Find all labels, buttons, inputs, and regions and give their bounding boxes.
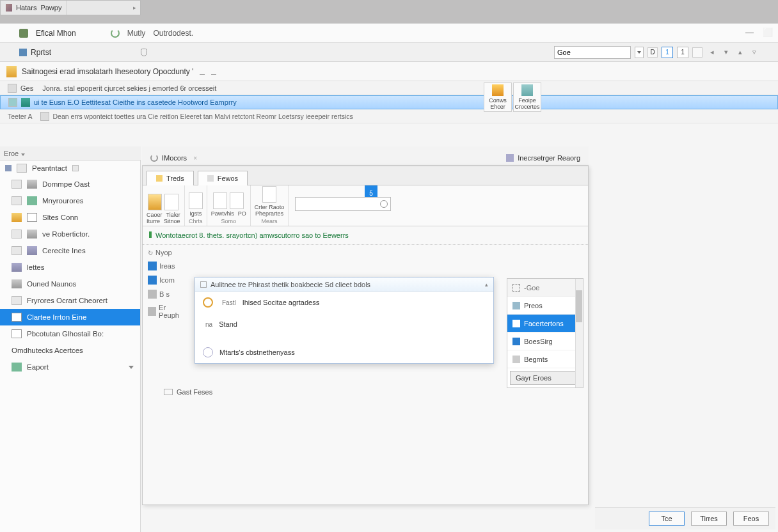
inner-tab-a-label: Treds [166,175,184,182]
sidebar-item-3[interactable]: ve Robertictor. [0,226,140,242]
menu-item-2[interactable]: Mutly [127,29,146,38]
subbar-btn[interactable]: Rprtst [31,48,51,57]
page-other[interactable]: 1 [677,47,688,58]
sidebar-item-6[interactable]: Ouned Naunos [0,276,140,292]
square-icon [148,307,156,316]
sidebar-item-2[interactable]: Sltes Conn [0,209,140,226]
rp-item-4[interactable]: Begmts [507,350,583,368]
inner-tab-bar: Treds Fewos [143,166,588,185]
close-icon[interactable]: ⬜ [763,27,773,37]
minimize-icon[interactable]: — [745,27,754,37]
sidebar-header[interactable]: Eroe [0,146,141,160]
inner-footer-item[interactable]: Gast Feses [164,388,212,396]
mid-button[interactable]: Tirres [691,512,727,526]
inner-heading: Wontotaecrot 8. thets. srayortcn) amwscu… [143,226,588,245]
sidebar-label-0: Dommpe Oast [42,180,90,188]
sidebar-item-7[interactable]: Fryrores Ocrart Cheorert [0,292,140,309]
sidebar-item-1[interactable]: Mnyrourores [0,192,140,209]
cancel-button[interactable]: Feos [733,512,769,526]
path-row-selected[interactable]: ui te Eusn E.O Eettitesat Cieithe ins ca… [0,95,778,109]
sidebar-item-11[interactable]: Eaport [0,359,140,375]
inner-left-2[interactable]: Icom [148,276,186,285]
ribbon-icon[interactable] [189,192,203,209]
main-tab-2[interactable]: Inecrsetrger Reaorg [498,151,589,165]
ribbon-icon[interactable] [230,192,244,209]
sidebar-item-5[interactable]: lettes [0,259,140,276]
ok-label: Tce [661,515,672,522]
rp-item-3[interactable]: BoesSirg [507,332,583,350]
rp-label-1: Preos [524,302,543,309]
ribbon-feoipe[interactable]: Feoipe Crocertes [513,82,541,112]
flag-icon [200,281,207,288]
sidebar-label-9: Pbcotutan Glhostail Bo: [27,330,104,338]
menu-bar: Efical Mhon Mutly Outrdodest. [0,24,778,43]
goe-input[interactable] [554,46,631,59]
collapse-icon[interactable]: ▴ [485,281,488,288]
rg3-b1: Pawtvhis [211,210,234,217]
ribbon-icon[interactable] [213,192,227,209]
menu-item-1[interactable]: Efical Mhon [36,29,76,38]
bell-icon[interactable] [141,49,147,56]
sidebar-label-2: Sltes Conn [42,214,78,221]
scrollbar-thumb[interactable] [576,290,582,322]
toolbar-ico-1[interactable] [692,47,703,58]
ribbon-conws[interactable]: Conws Ehcer [484,82,512,112]
main-tab-1[interactable]: IMocors× [142,151,205,165]
outer-ribbon-group: Conws Ehcer Feoipe Crocertes [484,82,541,112]
refresh-icon[interactable] [111,29,120,38]
inner-left-0[interactable]: ↻Nyop [148,249,186,256]
scrollbar[interactable] [575,279,583,387]
right-panel: -Goe Preos Facertertons BoesSirg Begmts … [507,278,584,388]
window-controls: — ⬜ [745,27,773,37]
toolbar-letter[interactable]: D [647,47,658,58]
nav-first-icon[interactable]: ◂ [708,48,717,57]
ribbon-icon[interactable] [164,194,179,210]
popup-1-prefix: na [205,321,212,328]
sidebar-item-selected[interactable]: Clartee Irrton Eine [0,309,140,325]
inner-search-input[interactable] [295,197,391,211]
nav-next-icon[interactable]: ▴ [736,48,745,57]
popup-item-2[interactable]: Mtarts's cbstnethenyass [195,341,493,363]
sidebar-item-9[interactable]: Pbcotutan Glhostail Bo: [0,325,140,342]
tiny-ctrl-2[interactable] [211,68,216,75]
inner-left-3[interactable]: B s [148,290,186,299]
sidebar-label-8: Clartee Irrton Eine [27,313,86,321]
main-tab-1-label: IMocors [162,154,187,162]
ribbon-icon-y[interactable] [148,194,162,210]
tab-label-2: Pawpy [40,4,61,12]
chain-icon [12,313,22,322]
tiny-ctrl-1[interactable] [200,68,205,75]
tab-close-icon[interactable]: × [193,155,197,162]
tab-chevron-icon[interactable]: ▸ [133,4,140,11]
ok-button[interactable]: Tce [649,512,685,526]
goe-dropdown[interactable] [635,47,644,58]
inner-left-1[interactable]: Ireas [148,262,186,270]
inner-left-4[interactable]: Er Peuph [148,304,186,319]
nav-prev-icon[interactable]: ▾ [722,48,731,57]
ribbon-icon[interactable] [262,186,276,203]
popup-item-1[interactable]: na Stand [195,313,493,335]
sidebar-top-item[interactable]: Peantntact [0,160,140,176]
rp-item-1[interactable]: Preos [507,297,583,315]
rp-item-0[interactable]: -Goe [507,279,583,297]
inner-left-3-label: B s [159,290,170,298]
rp-action-button[interactable]: Gayr Eroes [510,371,580,385]
browser-tab[interactable]: Hatars Pawpy [1,1,67,15]
sidebar-item-4[interactable]: Cerecite Ines [0,242,140,259]
nav-menu-icon[interactable]: ▿ [750,48,759,57]
rg1-b2: Tialer [166,212,180,218]
sidebar: Peantntact Dommpe Oast Mnyrourores Sltes… [0,160,141,532]
sidebar-item-10[interactable]: Omdhutecks Acertces [0,342,140,359]
ribbon-group-3: PawtvhisPO Somo [207,185,251,226]
sidebar-item-0[interactable]: Dommpe Oast [0,176,140,192]
inner-tab-b[interactable]: Fewos [198,171,248,185]
ribbon-group-2: Igsts Chrts [185,185,207,226]
menu-item-3[interactable]: Outrdodest. [153,29,193,38]
document-icon [6,66,17,77]
square-icon [148,290,157,299]
inner-tab-a[interactable]: Treds [147,171,194,185]
inner-footer-label: Gast Feses [177,388,212,396]
popup-item-0[interactable]: Fastl Ihised Socitae agrtadess [195,292,493,313]
rp-item-selected[interactable]: Facertertons [507,315,583,332]
page-active[interactable]: 1 [662,47,673,58]
